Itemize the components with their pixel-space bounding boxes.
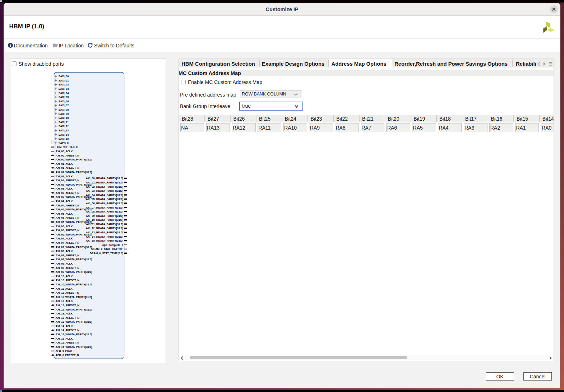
svg-text:SAXI_04: SAXI_04 (59, 92, 69, 95)
svg-text:AXI_15_ACLK: AXI_15_ACLK (56, 337, 73, 340)
svg-text:AXI_13_ARESET_N: AXI_13_ARESET_N (56, 316, 79, 319)
svg-text:AXI_03_RDATA_PARITY[31:0]: AXI_03_RDATA_PARITY[31:0] (86, 189, 124, 192)
svg-text:AXI_11_ACLK: AXI_11_ACLK (56, 287, 73, 290)
svg-text:AXI_06_ACLK: AXI_06_ACLK (56, 225, 73, 228)
svg-text:AXI_13_RDATA_PARITY[31:0]: AXI_13_RDATA_PARITY[31:0] (86, 231, 124, 234)
svg-text:AXI_06_ARESET_N: AXI_06_ARESET_N (56, 229, 79, 232)
svg-text:DRAM_0_STAT_CATTRIP: DRAM_0_STAT_CATTRIP (92, 247, 124, 251)
svg-text:AXI_03_ARESET_N: AXI_03_ARESET_N (56, 191, 79, 195)
svg-text:AXI_04_ARESET_N: AXI_04_ARESET_N (56, 204, 79, 207)
svg-text:AXI_07_ARESET_N: AXI_07_ARESET_N (56, 241, 79, 244)
svg-text:AXI_08_ARESET_N: AXI_08_ARESET_N (56, 254, 79, 257)
svg-text:AXI_10_ARESET_N: AXI_10_ARESET_N (56, 279, 79, 282)
svg-text:SAXI_08: SAXI_08 (59, 108, 69, 111)
svg-text:AXI_14_ARESET_N: AXI_14_ARESET_N (56, 328, 79, 332)
svg-text:SAXI_01: SAXI_01 (59, 79, 69, 82)
svg-text:AXI_01_WDATA_PARITY[31:0]: AXI_01_WDATA_PARITY[31:0] (56, 171, 92, 174)
svg-text:AXI_09_WDATA_PARITY[31:0]: AXI_09_WDATA_PARITY[31:0] (56, 270, 92, 274)
svg-text:AXI_04_ACLK: AXI_04_ACLK (56, 200, 73, 203)
svg-text:AXI_09_RDATA_PARITY[31:0]: AXI_09_RDATA_PARITY[31:0] (86, 214, 124, 218)
svg-text:AXI_07_ACLK: AXI_07_ACLK (56, 237, 73, 240)
svg-text:AXI_08_WDATA_PARITY[31:0]: AXI_08_WDATA_PARITY[31:0] (56, 258, 92, 261)
svg-text:AXI_10_ACLK: AXI_10_ACLK (56, 275, 73, 278)
svg-text:SAXI_14: SAXI_14 (59, 133, 69, 136)
svg-text:SAXI_07: SAXI_07 (59, 104, 69, 107)
svg-text:AXI_05_RDATA_PARITY[31:0]: AXI_05_RDATA_PARITY[31:0] (86, 197, 124, 201)
svg-text:SAXI_15: SAXI_15 (59, 137, 69, 140)
svg-text:SAXI_03: SAXI_03 (59, 87, 69, 90)
svg-text:AXI_00_WDATA_PARITY[31:0]: AXI_00_WDATA_PARITY[31:0] (56, 158, 92, 161)
svg-text:AXI_05_ACLK: AXI_05_ACLK (56, 212, 73, 215)
svg-text:SAXI_06: SAXI_06 (59, 100, 69, 103)
svg-text:SAXI_10: SAXI_10 (59, 116, 69, 120)
svg-text:AXI_06_RDATA_PARITY[31:0]: AXI_06_RDATA_PARITY[31:0] (86, 202, 124, 205)
svg-text:AXI_14_ACLK: AXI_14_ACLK (56, 325, 73, 328)
svg-text:APB_0_PRESET_N: APB_0_PRESET_N (56, 354, 79, 357)
svg-text:AXI_07_WDATA_PARITY[31:0]: AXI_07_WDATA_PARITY[31:0] (56, 246, 92, 249)
svg-text:AXI_03_ACLK: AXI_03_ACLK (56, 187, 73, 190)
svg-text:AXI_11_ARESET_N: AXI_11_ARESET_N (56, 291, 79, 294)
svg-text:AXI_08_ACLK: AXI_08_ACLK (56, 249, 73, 253)
svg-text:SAXI_12: SAXI_12 (59, 125, 69, 128)
svg-text:AXI_09_ACLK: AXI_09_ACLK (56, 262, 73, 265)
svg-text:i: i (10, 43, 11, 47)
svg-text:SAXI_05: SAXI_05 (59, 95, 69, 99)
svg-text:AXI_11_RDATA_PARITY[31:0]: AXI_11_RDATA_PARITY[31:0] (86, 223, 123, 226)
svg-text:DRAM_0_STAT_TEMP[6:0]: DRAM_0_STAT_TEMP[6:0] (90, 252, 124, 255)
svg-text:AXI_01_ACLK: AXI_01_ACLK (56, 162, 73, 165)
svg-text:SAXI_09: SAXI_09 (59, 112, 69, 116)
svg-text:AXI_10_WDATA_PARITY[31:0]: AXI_10_WDATA_PARITY[31:0] (56, 283, 92, 286)
svg-text:AXI_15_WDATA_PARITY[31:0]: AXI_15_WDATA_PARITY[31:0] (56, 345, 92, 349)
svg-text:AXI_11_WDATA_PARITY[31:0]: AXI_11_WDATA_PARITY[31:0] (56, 295, 92, 299)
svg-text:AXI_14_RDATA_PARITY[31:0]: AXI_14_RDATA_PARITY[31:0] (86, 235, 124, 238)
svg-text:AXI_00_ACLK: AXI_00_ACLK (56, 150, 73, 153)
svg-text:SAXI_00: SAXI_00 (59, 75, 69, 78)
svg-text:AXI_07_RDATA_PARITY[31:0]: AXI_07_RDATA_PARITY[31:0] (86, 206, 124, 209)
svg-text:SAXI_13: SAXI_13 (59, 129, 69, 132)
svg-text:AXI_14_WDATA_PARITY[31:0]: AXI_14_WDATA_PARITY[31:0] (56, 333, 92, 336)
svg-text:AXI_04_RDATA_PARITY[31:0]: AXI_04_RDATA_PARITY[31:0] (86, 193, 124, 197)
svg-text:AXI_12_ACLK: AXI_12_ACLK (56, 299, 73, 303)
svg-text:AXI_00_ARESET_N: AXI_00_ARESET_N (56, 154, 79, 157)
svg-text:AXI_09_ARESET_N: AXI_09_ARESET_N (56, 266, 79, 270)
svg-text:AXI_15_ARESET_N: AXI_15_ARESET_N (56, 341, 79, 344)
svg-text:AXI_12_WDATA_PARITY[31:0]: AXI_12_WDATA_PARITY[31:0] (56, 308, 92, 311)
svg-text:AXI_12_ARESET_N: AXI_12_ARESET_N (56, 304, 79, 307)
svg-text:AXI_01_ARESET_N: AXI_01_ARESET_N (56, 166, 79, 169)
svg-text:AXI_02_RDATA_PARITY[31:0]: AXI_02_RDATA_PARITY[31:0] (86, 185, 124, 188)
svg-text:SAPB_0: SAPB_0 (59, 141, 69, 145)
svg-text:AXI_02_ARESET_N: AXI_02_ARESET_N (56, 179, 79, 182)
svg-text:AXI_00_RDATA_PARITY[31:0]: AXI_00_RDATA_PARITY[31:0] (86, 177, 124, 180)
svg-text:SAXI_11: SAXI_11 (59, 121, 69, 124)
svg-text:apb_complete_0: apb_complete_0 (102, 243, 123, 247)
svg-text:AXI_15_RDATA_PARITY[31:0]: AXI_15_RDATA_PARITY[31:0] (86, 239, 124, 242)
svg-text:HBM_REF_CLK_0: HBM_REF_CLK_0 (56, 145, 78, 149)
svg-text:AXI_08_RDATA_PARITY[31:0]: AXI_08_RDATA_PARITY[31:0] (86, 210, 124, 213)
svg-text:AXI_10_RDATA_PARITY[31:0]: AXI_10_RDATA_PARITY[31:0] (86, 218, 124, 221)
svg-text:SAXI_02: SAXI_02 (59, 83, 69, 86)
svg-text:AXI_02_ACLK: AXI_02_ACLK (56, 175, 73, 178)
svg-text:AXI_12_RDATA_PARITY[31:0]: AXI_12_RDATA_PARITY[31:0] (86, 227, 124, 230)
svg-text:AXI_13_WDATA_PARITY[31:0]: AXI_13_WDATA_PARITY[31:0] (56, 320, 92, 323)
svg-text:AXI_01_RDATA_PARITY[31:0]: AXI_01_RDATA_PARITY[31:0] (86, 181, 124, 184)
svg-text:APB_0_PCLK: APB_0_PCLK (56, 349, 73, 353)
svg-text:AXI_13_ACLK: AXI_13_ACLK (56, 312, 73, 315)
svg-text:AXI_05_ARESET_N: AXI_05_ARESET_N (56, 216, 79, 219)
